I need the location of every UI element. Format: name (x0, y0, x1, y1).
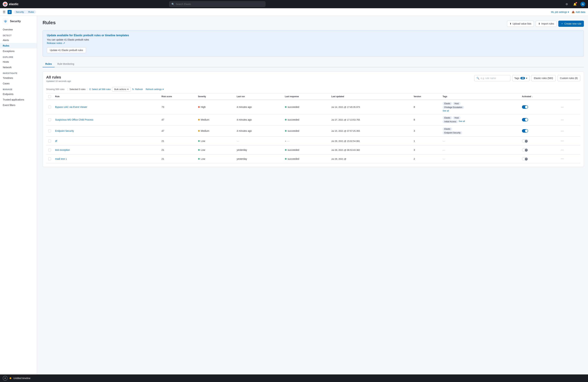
plus-icon: ＋ (561, 22, 563, 25)
sidebar-item-rules[interactable]: Rules (0, 43, 37, 48)
rule-name-link[interactable]: Suspicious MS Office Child Process (55, 118, 93, 121)
tab-rule-monitoring[interactable]: Rule Monitoring (55, 61, 77, 67)
breadcrumb-rules[interactable]: Rules (26, 10, 36, 14)
row-checkbox-cell[interactable] (46, 114, 53, 125)
search-input[interactable] (176, 3, 263, 5)
rule-name-link[interactable]: df (55, 140, 57, 142)
actions-cell[interactable]: ⋯ (558, 155, 580, 163)
col-rule-header[interactable]: Rule (53, 93, 159, 100)
rule-toggle[interactable]: ✕ (522, 157, 528, 161)
row-actions-button[interactable]: ⋯ (560, 139, 565, 143)
rule-name-link[interactable]: Bypass UAC via Event Viewer (55, 106, 87, 108)
create-new-rule-button[interactable]: ＋ Create new rule (558, 21, 584, 27)
release-notes-link[interactable]: Release notes ↗ (47, 42, 580, 45)
sidebar-item-alerts[interactable]: Alerts (0, 37, 37, 43)
col-last-run-header[interactable]: Last run (235, 93, 283, 100)
user-avatar[interactable]: N (580, 2, 585, 6)
row-checkbox-cell[interactable] (46, 145, 53, 155)
select-all-link[interactable]: ☑ Select all 568 rules (89, 88, 111, 90)
row-checkbox-cell[interactable] (46, 125, 53, 136)
row-actions-button[interactable]: ⋯ (560, 148, 565, 152)
global-search-bar[interactable]: 🔍 (169, 1, 265, 7)
sidebar-item-cases[interactable]: Cases (0, 81, 37, 86)
breadcrumb-security[interactable]: Security (14, 10, 26, 14)
tab-rules[interactable]: Rules (42, 61, 55, 67)
row-checkbox[interactable] (48, 140, 51, 142)
timeline-label[interactable]: Untitled timeline (13, 377, 31, 380)
chevron-down-icon: ▾ (568, 11, 569, 13)
bulk-actions-button[interactable]: Bulk actions ▾ (112, 87, 131, 91)
rule-toggle[interactable] (522, 105, 528, 109)
update-banner-text: You can update 41 Elastic prebuilt rules (47, 38, 580, 41)
custom-rules-filter-button[interactable]: Custom rules (8) (557, 75, 580, 81)
sidebar-item-timelines[interactable]: Timelines (0, 75, 37, 81)
activated-cell[interactable] (520, 114, 558, 125)
row-checkbox[interactable] (48, 106, 51, 108)
actions-cell[interactable]: ⋯ (558, 100, 580, 114)
row-actions-button[interactable]: ⋯ (560, 105, 565, 110)
refresh-settings-button[interactable]: Refresh settings ▾ (144, 87, 165, 91)
add-timeline-button[interactable]: + (3, 376, 8, 381)
select-all-checkbox[interactable] (48, 95, 51, 98)
row-checkbox[interactable] (48, 157, 51, 160)
col-risk-score-header[interactable]: Risk score (159, 93, 196, 100)
row-actions-button[interactable]: ⋯ (560, 157, 565, 161)
ml-job-settings-link[interactable]: ML job settings ▾ (551, 11, 569, 13)
rules-search-bar[interactable]: 🔍 (474, 75, 510, 81)
sidebar-item-trusted-applications[interactable]: Trusted applications (0, 97, 37, 102)
elastic-rules-filter-button[interactable]: Elastic rules (560) (531, 75, 556, 81)
col-severity-header[interactable]: Severity (196, 93, 235, 100)
notification-icon[interactable]: 🔔 (572, 1, 578, 7)
rule-toggle[interactable] (522, 129, 528, 133)
settings-icon[interactable]: ⚙ (564, 1, 569, 7)
rule-name-link[interactable]: madi test 1 (55, 157, 67, 160)
activated-cell[interactable]: ✕ (520, 145, 558, 155)
actions-cell[interactable]: ⋯ (558, 114, 580, 125)
row-checkbox[interactable] (48, 149, 51, 151)
row-checkbox[interactable] (48, 118, 51, 121)
see-all-tags-link[interactable]: See all (443, 110, 449, 112)
update-prebuilt-rules-button[interactable]: Update 41 Elastic prebuilt rules (47, 47, 86, 53)
sidebar-item-endpoints[interactable]: Endpoints (0, 91, 37, 97)
row-checkbox-cell[interactable] (46, 136, 53, 145)
row-actions-button[interactable]: ⋯ (560, 129, 565, 133)
col-checkbox[interactable] (46, 93, 53, 100)
col-last-updated-header[interactable]: Last updated (329, 93, 412, 100)
row-checkbox-cell[interactable] (46, 100, 53, 114)
see-all-tags-link[interactable]: See all (459, 120, 465, 123)
refresh-button[interactable]: ↻ Refresh (131, 87, 144, 91)
actions-cell[interactable]: ⋯ (558, 145, 580, 155)
sidebar-item-exceptions[interactable]: Exceptions (0, 48, 37, 54)
rule-toggle[interactable]: ✕ (522, 139, 528, 143)
breadcrumb-right: ML job settings ▾ 📥 Add data (551, 11, 585, 13)
sidebar-item-network[interactable]: Network (0, 65, 37, 70)
sidebar-item-event-filters[interactable]: Event filters (0, 102, 37, 108)
activated-cell[interactable]: ✕ (520, 155, 558, 163)
upload-value-lists-button[interactable]: ⬆ Upload value lists (507, 21, 534, 27)
rules-search-input[interactable] (481, 77, 508, 80)
rule-toggle[interactable] (522, 118, 528, 121)
actions-cell[interactable]: ⋯ (558, 136, 580, 145)
activated-cell[interactable] (520, 100, 558, 114)
import-rules-button[interactable]: ⬇ Import rules (536, 21, 557, 27)
activated-cell[interactable] (520, 125, 558, 136)
col-activated-header[interactable]: Activated ↓ (520, 93, 558, 100)
row-actions-button[interactable]: ⋯ (560, 117, 565, 122)
add-data-button[interactable]: 📥 Add data (572, 11, 585, 13)
rule-toggle[interactable]: ✕ (522, 148, 528, 152)
logo[interactable]: elastic (3, 2, 19, 6)
actions-cell[interactable]: ⋯ (558, 125, 580, 136)
row-checkbox[interactable] (48, 130, 51, 132)
rule-name-link[interactable]: test exception (55, 149, 70, 151)
row-checkbox-cell[interactable] (46, 155, 53, 163)
col-version-header[interactable]: Version (412, 93, 441, 100)
activated-cell[interactable]: ✕ (520, 136, 558, 145)
risk-score-cell: 21 (159, 136, 196, 145)
tags-filter-button[interactable]: Tags 44 ▾ (512, 75, 530, 81)
col-tags-header[interactable]: Tags (441, 93, 520, 100)
sidebar-item-overview[interactable]: Overview (0, 27, 37, 32)
rule-name-link[interactable]: Endpoint Security (55, 130, 74, 132)
col-last-response-header[interactable]: Last response (283, 93, 329, 100)
menu-icon[interactable]: ☰ (3, 10, 5, 14)
sidebar-item-hosts[interactable]: Hosts (0, 59, 37, 65)
